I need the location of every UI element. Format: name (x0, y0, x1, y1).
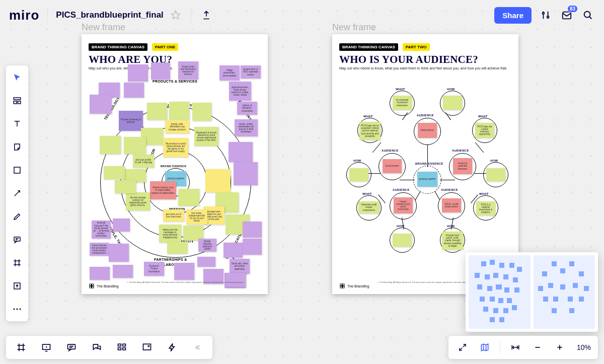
note[interactable] (243, 239, 262, 255)
more-tools-icon[interactable] (10, 302, 24, 316)
present-icon[interactable] (39, 340, 53, 354)
note[interactable]: the test storage solution for organicall… (126, 192, 150, 210)
note[interactable] (192, 103, 211, 121)
inbox-icon[interactable]: 83 (560, 8, 574, 22)
note[interactable]: stores, online, wholesalers etc pop-up i… (235, 119, 258, 136)
note[interactable] (128, 64, 148, 82)
note[interactable] (124, 83, 144, 98)
frame-1[interactable]: BRAND THINKING CANVAS PART ONE WHO ARE Y… (82, 34, 268, 294)
note[interactable] (124, 137, 146, 154)
note-aud[interactable]: current & potential licensees (453, 158, 472, 174)
note[interactable]: Purdue University & partners (119, 111, 143, 131)
note[interactable] (109, 244, 129, 262)
note[interactable]: simple, safe, affordable crop storage so… (165, 120, 189, 133)
note[interactable]: telling over the messages in enter-tainm… (159, 225, 181, 243)
comments-icon[interactable] (64, 340, 79, 354)
note[interactable] (115, 180, 136, 193)
note[interactable]: PICS is a catalytic investment in progre… (476, 201, 495, 215)
note[interactable] (169, 102, 189, 120)
note[interactable]: Purdue & Purdue Foundation (144, 262, 164, 276)
note[interactable] (90, 95, 112, 114)
fit-icon[interactable] (508, 340, 522, 354)
note[interactable] (443, 96, 462, 110)
note[interactable] (104, 166, 125, 179)
pen-tool-icon[interactable] (10, 209, 24, 224)
note[interactable]: Developed & proven effective by world re… (194, 127, 218, 146)
note[interactable] (113, 219, 130, 232)
note[interactable] (234, 162, 258, 185)
frame-label-2[interactable]: New frame (332, 22, 376, 33)
note-aud[interactable]: family farmer (418, 123, 437, 138)
note[interactable] (100, 136, 121, 154)
note[interactable] (174, 263, 194, 280)
note[interactable]: government or NGO operated events (241, 65, 261, 79)
note[interactable] (197, 257, 215, 267)
cursor-tool-icon[interactable] (10, 70, 24, 85)
board-title[interactable]: PICS_brandblueprint_final (56, 10, 163, 20)
upload-tool-icon[interactable] (10, 279, 24, 293)
zoom-out-icon[interactable] (531, 340, 545, 354)
comment-tool-icon[interactable] (10, 233, 24, 247)
note[interactable]: Advertise small impact investments (358, 201, 380, 213)
note[interactable]: Mobile learning platforms (SMS) (198, 239, 216, 252)
note-aud[interactable]: NGOs, social impact sector (442, 198, 461, 212)
note[interactable]: live a free, independent life for you & … (186, 209, 207, 225)
note[interactable]: We envision a world where farmers are th… (163, 138, 188, 157)
templates-icon[interactable] (10, 94, 24, 108)
note[interactable] (349, 168, 368, 181)
chat-icon[interactable] (90, 340, 104, 354)
note[interactable]: Supply chain and distribution services f… (178, 61, 198, 80)
note[interactable]: get more out of your hard work (163, 209, 184, 222)
note[interactable] (113, 265, 133, 278)
note[interactable]: an essential household investment (393, 96, 412, 110)
note[interactable] (178, 189, 199, 206)
note[interactable] (147, 103, 167, 120)
note[interactable] (90, 267, 110, 280)
collapse-icon[interactable] (190, 340, 204, 354)
note[interactable]: PICS bags are a great business opportuni… (475, 123, 494, 138)
note[interactable]: places of research / universities (237, 102, 257, 115)
frame-label-1[interactable]: New frame (82, 22, 125, 33)
share-button[interactable]: Share (494, 7, 532, 24)
note[interactable] (225, 273, 246, 287)
note-aud[interactable]: Governments (383, 159, 402, 173)
note[interactable] (151, 62, 170, 80)
shape-tool-icon[interactable] (10, 163, 24, 177)
note[interactable]: told your profits 3× per 1-5kg bag (133, 155, 154, 168)
note-center[interactable]: growing together (417, 172, 437, 187)
miro-logo[interactable]: miro (9, 8, 39, 23)
note[interactable]: Sonic ads, radio ads where applicable (230, 259, 250, 274)
sticky-note-icon[interactable] (10, 140, 24, 154)
star-icon[interactable] (169, 8, 183, 22)
note[interactable] (393, 234, 412, 247)
note[interactable] (205, 169, 231, 192)
minimap[interactable] (466, 252, 598, 332)
export-icon[interactable] (199, 8, 213, 22)
note[interactable]: Shared interest, trust & responsibility,… (150, 181, 176, 199)
note[interactable] (229, 142, 253, 162)
zoom-level[interactable]: 10% (575, 343, 591, 351)
text-tool-icon[interactable] (10, 117, 24, 131)
frames-panel-icon[interactable] (14, 340, 28, 354)
zoom-in-icon[interactable] (553, 340, 567, 354)
note[interactable]: village assemblies, local markets (219, 65, 240, 81)
note[interactable]: Cloud Science and associated small seed/… (90, 243, 109, 256)
note[interactable] (486, 168, 505, 181)
note[interactable]: through local points, multi-media, throu… (442, 232, 463, 250)
note[interactable]: Agricultural fairs, trade shows, events … (229, 82, 251, 101)
search-icon[interactable] (581, 8, 595, 22)
activity-icon[interactable] (165, 340, 179, 354)
minimap-toggle-icon[interactable] (478, 340, 492, 354)
fullscreen-icon[interactable] (456, 340, 470, 354)
settings-icon[interactable] (539, 8, 553, 22)
note[interactable] (243, 222, 262, 238)
note[interactable]: PICS bags are an essential / critical to… (359, 122, 381, 140)
frame-tool-icon[interactable] (10, 256, 24, 270)
note-aud[interactable]: Impact investors and donor community (394, 197, 413, 213)
note[interactable] (223, 243, 243, 258)
screenshare-icon[interactable] (140, 340, 154, 354)
cards-icon[interactable] (115, 340, 129, 354)
line-tool-icon[interactable] (10, 186, 24, 200)
note[interactable] (167, 242, 187, 254)
note[interactable]: financial inclusion? the family farmed a… (92, 221, 111, 239)
